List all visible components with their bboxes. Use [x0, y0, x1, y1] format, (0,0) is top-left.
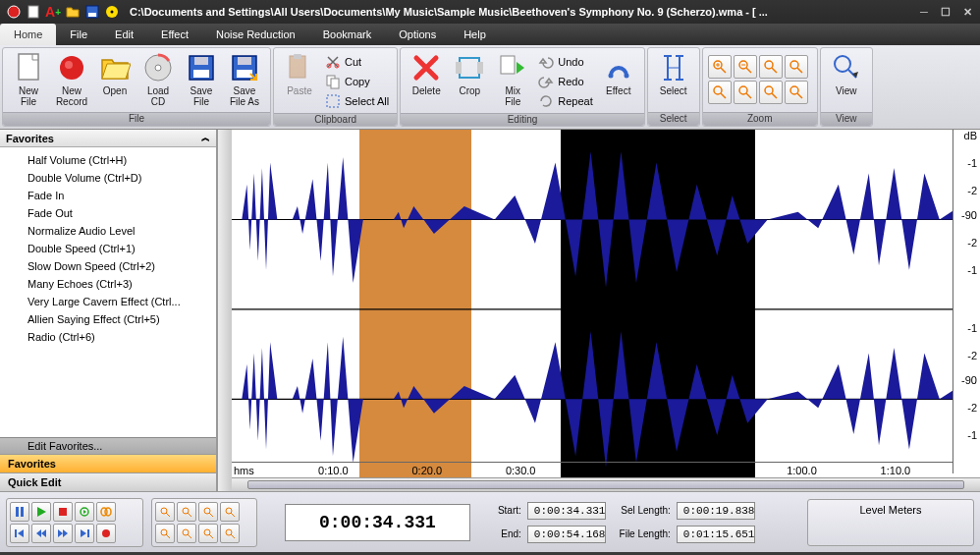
rewind-button[interactable]	[31, 524, 51, 543]
tab-noise-reduction[interactable]: Noise Reduction	[202, 24, 309, 45]
rewind-start-button[interactable]	[10, 524, 29, 543]
close-button[interactable]: ✕	[960, 5, 974, 19]
collapse-icon[interactable]: ︽	[201, 132, 210, 144]
sel-length-value[interactable]: 0:00:19.838	[677, 502, 755, 520]
select-button[interactable]: Select	[652, 50, 695, 98]
tab-bookmark[interactable]: Bookmark	[309, 24, 386, 45]
play-button[interactable]	[31, 502, 51, 522]
save-file-as-button[interactable]: SaveFile As	[223, 50, 266, 109]
cut-button[interactable]: Cut	[321, 52, 393, 72]
new-icon[interactable]	[26, 4, 41, 20]
start-value[interactable]: 0:00:34.331	[527, 502, 606, 520]
group-editing-label: Editing	[401, 113, 643, 126]
edit-favorites-button[interactable]: Edit Favorites...	[0, 437, 216, 454]
stop-button[interactable]	[53, 502, 73, 522]
pause-button[interactable]	[10, 502, 29, 522]
record-button[interactable]	[96, 524, 116, 543]
zoom-1[interactable]	[155, 502, 175, 522]
undo-button[interactable]: Undo	[534, 52, 596, 72]
quick-edit-panel-button[interactable]: Quick Edit	[0, 472, 216, 491]
svg-rect-7	[19, 54, 38, 80]
record-app-icon	[6, 4, 22, 20]
list-item[interactable]: Very Large Cavern Effect (Ctrl...	[0, 293, 216, 310]
minimize-button[interactable]: ─	[917, 5, 931, 19]
zoom-b7-button[interactable]	[759, 81, 783, 104]
effect-button[interactable]: Effect	[597, 50, 640, 98]
tab-options[interactable]: Options	[385, 24, 450, 45]
svg-point-48	[105, 508, 111, 516]
zoom-out-button[interactable]	[734, 55, 757, 79]
list-item[interactable]: Double Volume (Ctrl+D)	[0, 169, 216, 187]
zoom-3[interactable]	[198, 502, 218, 522]
sel-length-label: Sel Length:	[612, 505, 671, 516]
new-file-button[interactable]: NewFile	[7, 50, 50, 109]
delete-button[interactable]: Delete	[405, 50, 448, 98]
open-button[interactable]: Open	[93, 50, 136, 98]
level-meters: Level Meters	[807, 499, 974, 546]
zoom-in-button[interactable]	[708, 55, 732, 79]
favorites-panel-button[interactable]: Favorites	[0, 454, 216, 472]
tab-home[interactable]: Home	[0, 24, 56, 45]
tab-edit[interactable]: Edit	[101, 24, 147, 45]
zoom-5[interactable]	[155, 524, 175, 543]
redo-button[interactable]: Redo	[534, 72, 596, 91]
view-button[interactable]: View	[825, 50, 868, 98]
list-item[interactable]: Fade Out	[0, 204, 216, 222]
sidebar-scrollbar[interactable]	[217, 130, 231, 491]
tab-help[interactable]: Help	[450, 24, 500, 45]
transport-panel	[6, 498, 143, 547]
zoom-7[interactable]	[198, 524, 218, 543]
forward-button[interactable]	[53, 524, 73, 543]
crop-button[interactable]: Crop	[448, 50, 491, 98]
save-icon[interactable]	[84, 4, 100, 20]
svg-point-6	[111, 11, 114, 14]
group-clipboard-label: Clipboard	[274, 113, 397, 126]
zoom-b8-button[interactable]	[785, 81, 808, 104]
list-item[interactable]: Half Volume (Ctrl+H)	[0, 151, 216, 169]
save-file-button[interactable]: SaveFile	[180, 50, 223, 109]
end-value[interactable]: 0:00:54.168	[527, 526, 606, 543]
list-item[interactable]: Fade In	[0, 187, 216, 204]
svg-rect-50	[87, 529, 89, 537]
zoom-full-button[interactable]	[759, 55, 783, 79]
zoom-v-out-button[interactable]	[734, 81, 757, 104]
list-item[interactable]: Normalize Audio Level	[0, 222, 216, 240]
mix-file-button[interactable]: MixFile	[491, 50, 534, 109]
list-item[interactable]: Radio (Ctrl+6)	[0, 328, 216, 346]
menubar: Home File Edit Effect Noise Reduction Bo…	[0, 24, 980, 45]
zoom-2[interactable]	[177, 502, 196, 522]
play-sel-button[interactable]	[75, 502, 94, 522]
list-item[interactable]: Many Echoes (Ctrl+3)	[0, 275, 216, 293]
svg-point-34	[790, 61, 798, 69]
select-all-button[interactable]: Select All	[321, 91, 393, 111]
open-folder-icon[interactable]	[65, 4, 81, 20]
repeat-button[interactable]: Repeat	[534, 91, 596, 111]
tab-effect[interactable]: Effect	[147, 24, 202, 45]
load-cd-button[interactable]: LoadCD	[136, 50, 180, 109]
list-item[interactable]: Allien Saying Effect (Ctrl+5)	[0, 310, 216, 328]
forward-end-button[interactable]	[75, 524, 94, 543]
list-item[interactable]: Double Speed (Ctrl+1)	[0, 240, 216, 257]
waveform-canvas[interactable]: dB -1 -2 -90 -2 -1 -1 -2 -90 -2 -1 hms 0…	[231, 130, 980, 491]
zoom-v-in-button[interactable]	[708, 81, 732, 104]
maximize-button[interactable]: ☐	[939, 5, 953, 19]
svg-point-35	[714, 86, 722, 94]
tab-file[interactable]: File	[56, 24, 101, 45]
list-item[interactable]: Slow Down Speed (Ctrl+2)	[0, 257, 216, 275]
sidebar-header: Favorites ︽	[0, 130, 216, 147]
svg-rect-23	[331, 79, 339, 88]
loop-button[interactable]	[96, 502, 116, 522]
svg-rect-43	[16, 507, 19, 517]
zoom-panel	[151, 498, 257, 547]
radiation-icon[interactable]	[104, 4, 120, 20]
zoom-6[interactable]	[177, 524, 196, 543]
zoom-8[interactable]	[220, 524, 240, 543]
new-record-button[interactable]: NewRecord	[50, 50, 93, 109]
horizontal-scrollbar[interactable]	[232, 477, 980, 491]
add-letter-icon[interactable]: A+	[45, 4, 61, 20]
zoom-4[interactable]	[220, 502, 240, 522]
svg-rect-13	[193, 70, 209, 78]
zoom-sel-button[interactable]	[785, 55, 808, 79]
paste-button[interactable]: Paste	[278, 50, 321, 98]
copy-button[interactable]: Copy	[321, 72, 393, 91]
